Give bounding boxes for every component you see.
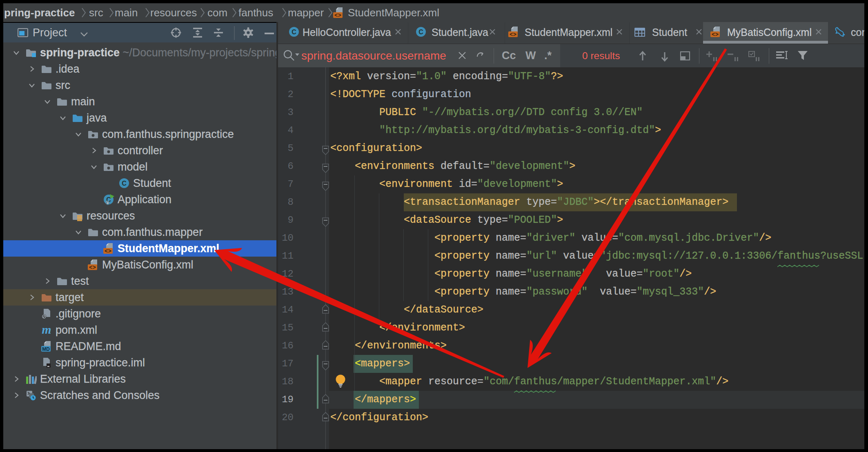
svg-text:C: C bbox=[418, 29, 423, 35]
svg-text:m: m bbox=[42, 324, 51, 336]
svg-text:<>: <> bbox=[334, 12, 341, 19]
svg-text:C: C bbox=[122, 180, 127, 187]
svg-text:<>: <> bbox=[105, 248, 111, 255]
svg-text:<>: <> bbox=[89, 264, 96, 271]
svg-text:MD: MD bbox=[42, 346, 50, 352]
svg-text:<>: <> bbox=[712, 31, 719, 38]
svg-text:C: C bbox=[292, 29, 296, 35]
svg-text:<>: <> bbox=[510, 31, 516, 38]
